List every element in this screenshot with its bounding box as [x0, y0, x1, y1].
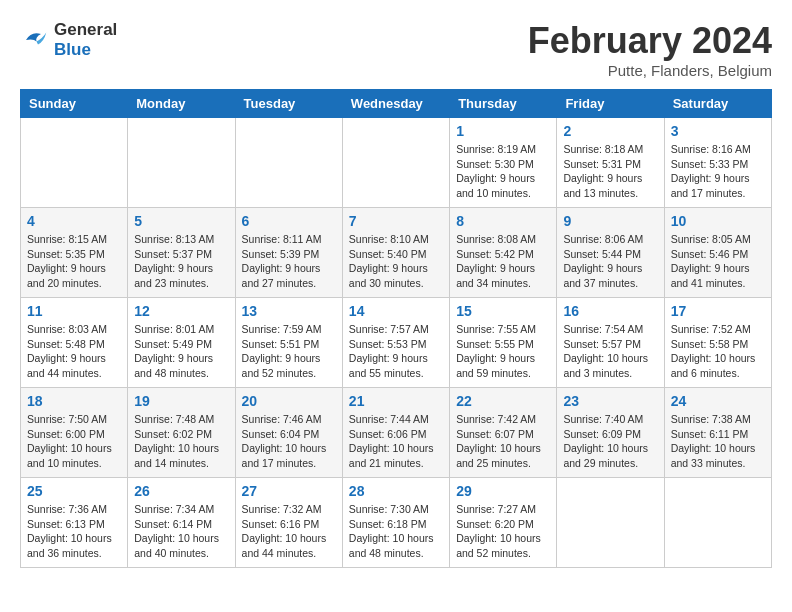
day-number: 3 — [671, 123, 765, 139]
calendar-cell: 29Sunrise: 7:27 AMSunset: 6:20 PMDayligh… — [450, 478, 557, 568]
day-info: Sunrise: 7:40 AMSunset: 6:09 PMDaylight:… — [563, 412, 657, 471]
day-info: Sunrise: 8:01 AMSunset: 5:49 PMDaylight:… — [134, 322, 228, 381]
calendar-cell: 24Sunrise: 7:38 AMSunset: 6:11 PMDayligh… — [664, 388, 771, 478]
day-number: 20 — [242, 393, 336, 409]
day-info: Sunrise: 8:10 AMSunset: 5:40 PMDaylight:… — [349, 232, 443, 291]
calendar-cell — [664, 478, 771, 568]
calendar-week-row: 11Sunrise: 8:03 AMSunset: 5:48 PMDayligh… — [21, 298, 772, 388]
calendar-cell: 2Sunrise: 8:18 AMSunset: 5:31 PMDaylight… — [557, 118, 664, 208]
calendar-cell: 22Sunrise: 7:42 AMSunset: 6:07 PMDayligh… — [450, 388, 557, 478]
day-number: 18 — [27, 393, 121, 409]
calendar-cell: 23Sunrise: 7:40 AMSunset: 6:09 PMDayligh… — [557, 388, 664, 478]
calendar-cell — [235, 118, 342, 208]
calendar-week-row: 25Sunrise: 7:36 AMSunset: 6:13 PMDayligh… — [21, 478, 772, 568]
day-info: Sunrise: 8:19 AMSunset: 5:30 PMDaylight:… — [456, 142, 550, 201]
day-number: 10 — [671, 213, 765, 229]
day-info: Sunrise: 8:11 AMSunset: 5:39 PMDaylight:… — [242, 232, 336, 291]
day-info: Sunrise: 8:05 AMSunset: 5:46 PMDaylight:… — [671, 232, 765, 291]
day-number: 16 — [563, 303, 657, 319]
day-number: 9 — [563, 213, 657, 229]
calendar-cell: 20Sunrise: 7:46 AMSunset: 6:04 PMDayligh… — [235, 388, 342, 478]
weekday-header: Friday — [557, 90, 664, 118]
day-number: 15 — [456, 303, 550, 319]
day-number: 8 — [456, 213, 550, 229]
day-info: Sunrise: 8:16 AMSunset: 5:33 PMDaylight:… — [671, 142, 765, 201]
day-info: Sunrise: 7:46 AMSunset: 6:04 PMDaylight:… — [242, 412, 336, 471]
day-info: Sunrise: 8:15 AMSunset: 5:35 PMDaylight:… — [27, 232, 121, 291]
logo-icon — [20, 25, 50, 55]
calendar-cell: 25Sunrise: 7:36 AMSunset: 6:13 PMDayligh… — [21, 478, 128, 568]
calendar-week-row: 4Sunrise: 8:15 AMSunset: 5:35 PMDaylight… — [21, 208, 772, 298]
day-info: Sunrise: 7:36 AMSunset: 6:13 PMDaylight:… — [27, 502, 121, 561]
calendar-cell: 4Sunrise: 8:15 AMSunset: 5:35 PMDaylight… — [21, 208, 128, 298]
day-info: Sunrise: 8:06 AMSunset: 5:44 PMDaylight:… — [563, 232, 657, 291]
calendar-week-row: 18Sunrise: 7:50 AMSunset: 6:00 PMDayligh… — [21, 388, 772, 478]
calendar-cell: 26Sunrise: 7:34 AMSunset: 6:14 PMDayligh… — [128, 478, 235, 568]
day-number: 22 — [456, 393, 550, 409]
day-number: 21 — [349, 393, 443, 409]
day-number: 1 — [456, 123, 550, 139]
calendar-cell: 17Sunrise: 7:52 AMSunset: 5:58 PMDayligh… — [664, 298, 771, 388]
calendar-cell: 3Sunrise: 8:16 AMSunset: 5:33 PMDaylight… — [664, 118, 771, 208]
calendar-week-row: 1Sunrise: 8:19 AMSunset: 5:30 PMDaylight… — [21, 118, 772, 208]
day-number: 5 — [134, 213, 228, 229]
calendar-cell: 28Sunrise: 7:30 AMSunset: 6:18 PMDayligh… — [342, 478, 449, 568]
weekday-header-row: SundayMondayTuesdayWednesdayThursdayFrid… — [21, 90, 772, 118]
calendar-table: SundayMondayTuesdayWednesdayThursdayFrid… — [20, 89, 772, 568]
day-number: 13 — [242, 303, 336, 319]
location-subtitle: Putte, Flanders, Belgium — [528, 62, 772, 79]
day-info: Sunrise: 7:59 AMSunset: 5:51 PMDaylight:… — [242, 322, 336, 381]
day-number: 24 — [671, 393, 765, 409]
weekday-header: Tuesday — [235, 90, 342, 118]
day-number: 7 — [349, 213, 443, 229]
calendar-cell: 14Sunrise: 7:57 AMSunset: 5:53 PMDayligh… — [342, 298, 449, 388]
calendar-cell — [557, 478, 664, 568]
calendar-cell: 8Sunrise: 8:08 AMSunset: 5:42 PMDaylight… — [450, 208, 557, 298]
day-info: Sunrise: 7:57 AMSunset: 5:53 PMDaylight:… — [349, 322, 443, 381]
day-number: 4 — [27, 213, 121, 229]
day-info: Sunrise: 7:38 AMSunset: 6:11 PMDaylight:… — [671, 412, 765, 471]
day-number: 26 — [134, 483, 228, 499]
weekday-header: Wednesday — [342, 90, 449, 118]
day-info: Sunrise: 7:55 AMSunset: 5:55 PMDaylight:… — [456, 322, 550, 381]
day-info: Sunrise: 8:18 AMSunset: 5:31 PMDaylight:… — [563, 142, 657, 201]
month-title: February 2024 — [528, 20, 772, 62]
day-number: 29 — [456, 483, 550, 499]
calendar-cell — [21, 118, 128, 208]
day-info: Sunrise: 8:08 AMSunset: 5:42 PMDaylight:… — [456, 232, 550, 291]
day-number: 11 — [27, 303, 121, 319]
calendar-cell — [342, 118, 449, 208]
day-number: 27 — [242, 483, 336, 499]
calendar-cell: 6Sunrise: 8:11 AMSunset: 5:39 PMDaylight… — [235, 208, 342, 298]
day-info: Sunrise: 7:48 AMSunset: 6:02 PMDaylight:… — [134, 412, 228, 471]
logo: General Blue — [20, 20, 117, 60]
weekday-header: Thursday — [450, 90, 557, 118]
calendar-cell — [128, 118, 235, 208]
calendar-cell: 27Sunrise: 7:32 AMSunset: 6:16 PMDayligh… — [235, 478, 342, 568]
day-info: Sunrise: 7:52 AMSunset: 5:58 PMDaylight:… — [671, 322, 765, 381]
calendar-cell: 1Sunrise: 8:19 AMSunset: 5:30 PMDaylight… — [450, 118, 557, 208]
day-number: 12 — [134, 303, 228, 319]
calendar-cell: 19Sunrise: 7:48 AMSunset: 6:02 PMDayligh… — [128, 388, 235, 478]
calendar-cell: 16Sunrise: 7:54 AMSunset: 5:57 PMDayligh… — [557, 298, 664, 388]
day-number: 25 — [27, 483, 121, 499]
logo-text: General Blue — [54, 20, 117, 60]
weekday-header: Saturday — [664, 90, 771, 118]
day-number: 14 — [349, 303, 443, 319]
day-number: 19 — [134, 393, 228, 409]
weekday-header: Sunday — [21, 90, 128, 118]
day-info: Sunrise: 8:03 AMSunset: 5:48 PMDaylight:… — [27, 322, 121, 381]
calendar-cell: 12Sunrise: 8:01 AMSunset: 5:49 PMDayligh… — [128, 298, 235, 388]
day-info: Sunrise: 7:54 AMSunset: 5:57 PMDaylight:… — [563, 322, 657, 381]
calendar-cell: 15Sunrise: 7:55 AMSunset: 5:55 PMDayligh… — [450, 298, 557, 388]
day-number: 17 — [671, 303, 765, 319]
calendar-cell: 21Sunrise: 7:44 AMSunset: 6:06 PMDayligh… — [342, 388, 449, 478]
day-number: 28 — [349, 483, 443, 499]
day-info: Sunrise: 7:30 AMSunset: 6:18 PMDaylight:… — [349, 502, 443, 561]
title-block: February 2024 Putte, Flanders, Belgium — [528, 20, 772, 79]
day-number: 6 — [242, 213, 336, 229]
day-info: Sunrise: 7:34 AMSunset: 6:14 PMDaylight:… — [134, 502, 228, 561]
calendar-cell: 18Sunrise: 7:50 AMSunset: 6:00 PMDayligh… — [21, 388, 128, 478]
calendar-cell: 11Sunrise: 8:03 AMSunset: 5:48 PMDayligh… — [21, 298, 128, 388]
day-info: Sunrise: 7:42 AMSunset: 6:07 PMDaylight:… — [456, 412, 550, 471]
